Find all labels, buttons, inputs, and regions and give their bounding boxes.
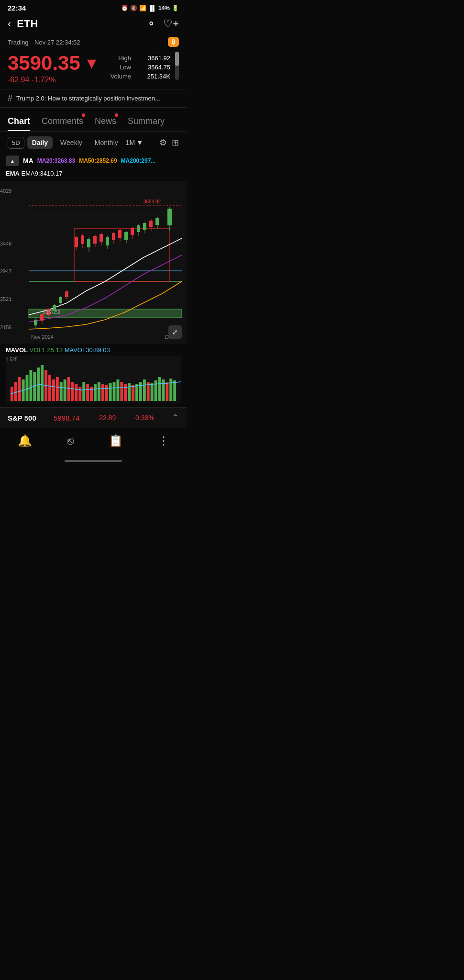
share-button[interactable]: ⎋ <box>67 434 74 447</box>
5d-button[interactable]: 5D <box>8 137 24 149</box>
svg-text:1.525: 1.525 <box>6 357 18 362</box>
tab-chart-label: Chart <box>8 116 30 126</box>
svg-text:Nov 2024: Nov 2024 <box>31 334 54 340</box>
price-section: 3590.35 ▼ -62.94 -1.72% High 3661.92 Low… <box>0 50 187 89</box>
status-time: 22:34 <box>8 4 26 12</box>
home-indicator <box>0 457 187 464</box>
price-direction-icon: ▼ <box>84 55 99 72</box>
svg-rect-83 <box>78 387 81 401</box>
tab-news[interactable]: News <box>95 113 116 131</box>
alarm-icon: ⏰ <box>121 5 128 11</box>
svg-rect-21 <box>40 314 44 321</box>
dropdown-arrow-icon: ▼ <box>136 139 143 146</box>
svg-rect-80 <box>67 377 70 401</box>
high-value: 3661.92 <box>137 55 170 62</box>
trading-info: Trading Nov 27 22:34:52 <box>8 38 80 46</box>
trading-label: Trading <box>8 39 29 46</box>
svg-rect-75 <box>48 375 51 401</box>
search-icon[interactable]: ⚬ <box>147 18 155 30</box>
volume-label: Volume <box>110 73 131 80</box>
btc-badge[interactable]: ₿ <box>168 37 179 47</box>
layout-icon[interactable]: ⊞ <box>172 137 179 148</box>
ma20-value: MA20:3263.83 <box>37 157 75 164</box>
price-left: 3590.35 ▼ -62.94 -1.72% <box>8 52 99 84</box>
svg-rect-31 <box>75 237 78 247</box>
scroll-thumb <box>175 52 179 66</box>
mavol-label: MAVOL <box>6 346 28 354</box>
low-row: Low 3564.75 <box>120 64 170 71</box>
low-label: Low <box>120 64 131 71</box>
svg-rect-51 <box>137 225 140 232</box>
daily-button[interactable]: Daily <box>27 136 53 149</box>
svg-text:4029: 4029 <box>0 188 11 194</box>
watchlist-icon[interactable]: ♡+ <box>163 18 179 30</box>
svg-text:2357.59: 2357.59 <box>43 310 61 315</box>
tab-summary-label: Summary <box>128 116 165 126</box>
comments-dot <box>82 113 85 117</box>
high-row: High 3661.92 <box>118 55 170 62</box>
weekly-button[interactable]: Weekly <box>55 136 87 149</box>
ma-toggle-button[interactable]: ▲ <box>6 156 19 166</box>
svg-text:2521: 2521 <box>0 296 11 302</box>
news-ticker[interactable]: # Trump 2.0: How to strategically positi… <box>0 89 187 108</box>
svg-text:3446: 3446 <box>0 241 11 246</box>
sp500-change2: -0.38% <box>133 414 154 422</box>
svg-rect-94 <box>120 382 123 401</box>
svg-rect-41 <box>106 237 109 245</box>
svg-rect-92 <box>113 382 116 401</box>
page-title: ETH <box>17 18 38 30</box>
status-right: ⏰ 🔇 📶 ▐▌ 14% 🔋 <box>121 5 179 11</box>
vol30-value: MAVOL30:89.03 <box>65 346 110 354</box>
calendar-button[interactable]: 📋 <box>109 434 123 447</box>
svg-rect-98 <box>135 384 138 401</box>
svg-rect-81 <box>71 382 74 401</box>
monthly-button[interactable]: Monthly <box>90 136 123 149</box>
svg-text:2156: 2156 <box>0 324 11 330</box>
price-value: 3590.35 <box>8 52 80 75</box>
fullscreen-button[interactable]: ⤢ <box>168 325 182 339</box>
svg-rect-102 <box>151 383 154 401</box>
interval-dropdown[interactable]: 1M ▼ <box>126 139 143 146</box>
volume-section: MAVOL VOL1:25.13 MAVOL30:89.03 1.525 <box>0 344 187 403</box>
wifi-icon: 📶 <box>139 5 146 11</box>
calendar-icon: 📋 <box>109 434 123 447</box>
svg-rect-108 <box>173 380 176 401</box>
volume-chart-svg: 1.525 <box>6 356 181 403</box>
alert-button[interactable]: 🔔 <box>18 434 32 447</box>
svg-rect-66 <box>14 382 17 401</box>
tab-chart[interactable]: Chart <box>8 113 30 131</box>
svg-rect-53 <box>143 223 146 230</box>
volume-value: 251.34K <box>137 73 170 80</box>
svg-text:3684.92: 3684.92 <box>144 199 161 204</box>
svg-rect-76 <box>52 379 55 401</box>
header-left: ‹ ETH <box>8 18 38 30</box>
svg-rect-89 <box>101 384 104 401</box>
svg-rect-97 <box>132 385 134 401</box>
ma-row: ▲ MA MA20:3263.83 MA50:2852.69 MA200:297… <box>0 154 187 169</box>
more-button[interactable]: ⋮ <box>158 434 169 447</box>
svg-rect-93 <box>116 379 119 401</box>
sp500-change1: -22.89 <box>97 414 116 422</box>
tab-summary[interactable]: Summary <box>128 113 165 131</box>
ticker-text: Trump 2.0: How to strategically position… <box>16 95 160 102</box>
svg-rect-86 <box>90 387 93 401</box>
svg-rect-33 <box>81 235 84 244</box>
interval-label: 1M <box>126 139 135 146</box>
bottom-ticker-bar[interactable]: S&P 500 5998.74 -22.89 -0.38% ⌃ <box>0 407 187 428</box>
svg-rect-88 <box>98 382 100 401</box>
vol1-value: VOL1:25.13 <box>30 346 65 354</box>
chart-area[interactable]: 4029 3446 2947 2521 2156 3684.92 <box>0 181 187 344</box>
svg-rect-27 <box>59 297 62 303</box>
svg-rect-105 <box>162 379 165 401</box>
chart-right-controls: ⚙ ⊞ <box>159 137 179 148</box>
price-change: -62.94 -1.72% <box>8 76 99 84</box>
back-button[interactable]: ‹ <box>8 18 11 30</box>
settings-icon[interactable]: ⚙ <box>159 137 167 148</box>
svg-rect-69 <box>26 375 29 401</box>
svg-rect-99 <box>139 382 142 401</box>
tab-comments[interactable]: Comments <box>42 113 83 131</box>
trading-datetime: Nov 27 22:34:52 <box>34 39 80 46</box>
svg-rect-106 <box>166 382 168 401</box>
tab-news-label: News <box>95 116 116 126</box>
svg-rect-96 <box>128 383 131 401</box>
